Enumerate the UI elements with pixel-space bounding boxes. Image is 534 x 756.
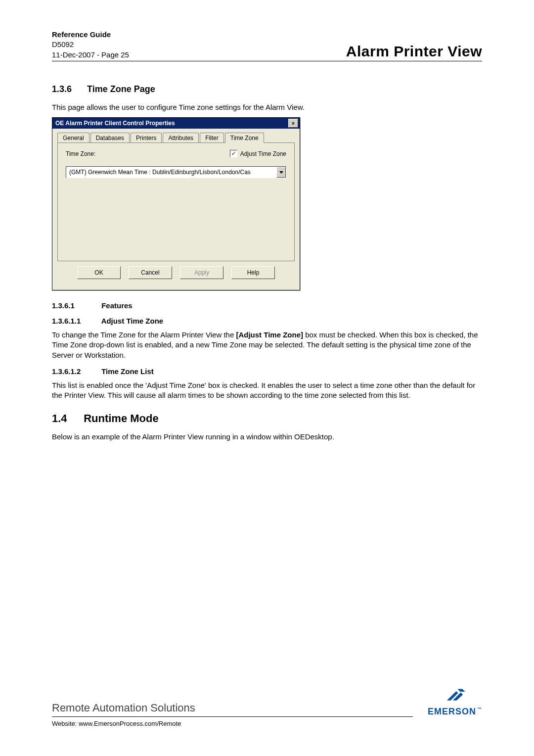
heading-text: Adjust Time Zone [101,317,164,325]
time-zone-select[interactable]: (GMT) Greenwich Mean Time : Dublin/Edinb… [66,166,286,178]
emerson-wordmark: EMERSON™ [428,707,482,717]
ok-button[interactable]: OK [77,266,121,279]
heading-1-3-6-1-2: 1.3.6.1.2 Time Zone List [52,367,482,376]
page-header: Reference Guide D5092 11-Dec-2007 - Page… [52,30,482,61]
header-left: Reference Guide D5092 11-Dec-2007 - Page… [52,30,129,60]
close-button[interactable]: × [288,119,298,128]
heading-text: Time Zone List [101,367,154,376]
trademark-icon: ™ [477,707,482,711]
doc-date-page: 11-Dec-2007 - Page 25 [52,50,129,60]
dropdown-button[interactable] [276,167,286,178]
bold-ref: [Adjust Time Zone] [236,331,303,339]
adjust-time-zone-checkbox[interactable]: ✓ Adjust Time Zone [230,150,286,157]
properties-dialog: OE Alarm Printer Client Control Properti… [52,117,300,290]
page-footer: Remote Automation Solutions EMERSON™ Web… [52,686,482,727]
tab-attributes[interactable]: Attributes [163,133,199,143]
chevron-down-icon [279,171,283,174]
time-zone-label: Time Zone: [66,150,95,157]
heading-text: Runtime Mode [84,412,159,425]
heading-number: 1.4 [52,412,81,425]
checkbox-icon: ✓ [230,150,237,157]
dialog-title-text: OE Alarm Printer Client Control Properti… [55,120,175,127]
help-button[interactable]: Help [231,266,275,279]
heading-1-3-6-1-1: 1.3.6.1.1 Adjust Time Zone [52,317,482,325]
tab-printers[interactable]: Printers [131,133,162,143]
doc-id: D5092 [52,40,129,49]
footer-company: Remote Automation Solutions [52,702,413,717]
heading-1-3-6-1: 1.3.6.1 Features [52,301,482,310]
heading-number: 1.3.6.1.2 [52,367,99,376]
tab-filter[interactable]: Filter [200,133,224,143]
heading-text: Features [101,301,133,310]
tab-general[interactable]: General [57,133,89,143]
heading-text: Time Zone Page [87,84,155,94]
tab-panel-time-zone: Time Zone: ✓ Adjust Time Zone (GMT) Gree… [57,142,295,261]
footer-website: Website: www.EmersonProcess.com/Remote [52,720,482,727]
doc-title: Reference Guide [52,30,129,40]
tab-databases[interactable]: Databases [90,133,130,143]
paragraph: This list is enabled once the 'Adjust Ti… [52,380,482,401]
time-zone-select-value: (GMT) Greenwich Mean Time : Dublin/Edinb… [66,169,276,176]
heading-number: 1.3.6 [52,84,85,94]
emerson-mark-icon [442,686,468,705]
dialog-titlebar: OE Alarm Printer Client Control Properti… [52,118,300,129]
heading-1-3-6: 1.3.6 Time Zone Page [52,84,482,94]
apply-button[interactable]: Apply [180,266,223,279]
paragraph: Below is an example of the Alarm Printer… [52,432,482,442]
section-title: Alarm Printer View [346,43,482,60]
close-icon: × [292,121,295,126]
heading-number: 1.3.6.1.1 [52,317,99,325]
heading-1-4: 1.4 Runtime Mode [52,412,482,425]
tab-time-zone[interactable]: Time Zone [225,133,264,143]
cancel-button[interactable]: Cancel [129,266,172,279]
paragraph: This page allows the user to configure T… [52,102,482,112]
dialog-body: General Databases Printers Attributes Fi… [52,129,300,290]
dialog-button-row: OK Cancel Apply Help [57,261,295,284]
tab-strip: General Databases Printers Attributes Fi… [57,133,295,143]
heading-number: 1.3.6.1 [52,301,99,310]
paragraph: To change the Time Zone for the Alarm Pr… [52,330,482,360]
emerson-logo: EMERSON™ [428,686,482,717]
adjust-time-zone-label: Adjust Time Zone [240,150,286,157]
